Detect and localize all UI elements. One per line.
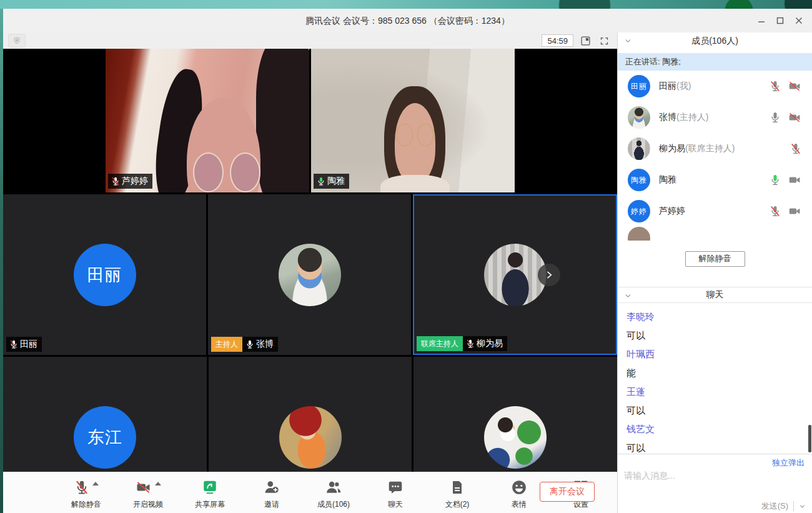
next-page-arrow-icon[interactable] [538, 264, 560, 286]
tile-name-label: 田丽 [6, 337, 42, 352]
participant-name: 田丽 [20, 339, 37, 350]
mic-on-icon [769, 111, 781, 124]
mic-muted-icon [790, 142, 802, 155]
mic-options-caret-icon[interactable] [92, 482, 99, 486]
window-title: 腾讯会议 会议号：985 023 656 （会议密码：1234） [3, 9, 812, 32]
chat-button[interactable]: 聊天 [376, 477, 415, 510]
participant-name: 张博 [256, 339, 274, 350]
video-tile-tianli[interactable]: 田丽 田丽 [3, 194, 206, 355]
maximize-icon[interactable] [771, 11, 790, 30]
desktop-wallpaper [0, 0, 812, 9]
avatar: 田丽 [74, 244, 136, 306]
member-list: 田丽 田丽(我) 张博(主持人) [618, 71, 812, 241]
window-controls [752, 9, 808, 32]
minimize-icon[interactable] [752, 11, 771, 30]
video-tile-cartoon-girl[interactable] [209, 357, 412, 472]
member-row-liuweiyi[interactable]: 柳为易(联席主持人) [618, 133, 812, 164]
video-decoration [193, 152, 224, 192]
member-name: 芦婷婷 [659, 206, 685, 217]
video-tile-luttingting[interactable]: 芦婷婷 [106, 49, 309, 192]
chat-sender: 叶珮西 [626, 346, 803, 363]
avatar: 田丽 [628, 75, 650, 97]
chat-title: 聊天 [706, 289, 724, 301]
send-button[interactable]: 发送(S) [761, 501, 788, 512]
mic-muted-icon [111, 176, 121, 186]
mic-active-icon [316, 176, 326, 186]
camera-off-icon [788, 111, 802, 124]
avatar [628, 227, 650, 241]
tile-name-label: 芦婷婷 [108, 174, 152, 189]
avatar-initials: 田丽 [87, 264, 122, 286]
chat-message: 可以 [626, 327, 803, 344]
video-tile-taoya[interactable]: 陶雅 [311, 49, 515, 192]
video-row-2: 田丽 田丽 主持人 [3, 194, 617, 355]
chat-message-input[interactable] [624, 471, 774, 496]
member-row-tianli[interactable]: 田丽 田丽(我) [618, 71, 812, 102]
send-row: 发送(S) [761, 501, 806, 512]
close-icon[interactable] [790, 11, 808, 30]
toolbar-items: 解除静音 开启视频 共享屏幕 [67, 477, 600, 510]
avatar [628, 106, 650, 129]
chat-panel-header: 聊天 [618, 287, 812, 303]
tile-name-label: 主持人 张博 [211, 337, 278, 352]
share-screen-button[interactable]: 共享屏幕 [191, 477, 229, 510]
avatar: 东江 [74, 406, 136, 469]
meeting-topstrip: 54:59 [3, 32, 617, 49]
docs-button[interactable]: 文档(2) [438, 477, 477, 510]
emoji-button[interactable]: 表情 [500, 477, 538, 510]
mic-muted-icon [769, 205, 781, 217]
avatar [279, 406, 342, 469]
chat-input-area: 独立弹出 发送(S) [618, 454, 812, 513]
unmute-button-row: 解除静音 [618, 241, 812, 277]
avatar: 婷婷 [628, 200, 650, 222]
video-options-caret-icon[interactable] [155, 482, 161, 486]
sidebar: 成员(106人) 正在讲话: 陶雅; 田丽 田丽(我) 张博(主持人) [617, 32, 812, 513]
chat-message-list: 李晓玲 可以 叶珮西 能 王蓬 可以 钱艺文 可以 [618, 303, 812, 462]
video-row-3: 东江 [3, 357, 617, 472]
chat-scrollbar-thumb[interactable] [808, 425, 811, 452]
avatar-initials: 东江 [87, 426, 122, 449]
fullscreen-icon[interactable] [597, 34, 611, 47]
avatar [279, 244, 341, 306]
video-tile-liuweiyi[interactable]: 联席主持人 柳为易 [413, 194, 617, 355]
video-decoration [230, 152, 260, 192]
video-tile-zhangbo[interactable]: 主持人 张博 [208, 194, 411, 355]
layout-switch-icon[interactable] [578, 34, 592, 47]
mic-muted-icon [9, 339, 19, 349]
document-icon [450, 479, 465, 496]
mic-muted-icon [465, 339, 475, 349]
security-shield-icon[interactable] [8, 34, 26, 47]
collapse-members-chevron-icon[interactable] [624, 37, 632, 47]
member-row-luttingting[interactable]: 婷婷 芦婷婷 [618, 196, 812, 227]
members-button[interactable]: 成员(106) [314, 477, 353, 510]
invite-button[interactable]: 邀请 [252, 477, 291, 510]
unmute-button-sidebar[interactable]: 解除静音 [685, 251, 745, 267]
send-options-chevron-icon[interactable] [799, 503, 806, 510]
meeting-timer: 54:59 [542, 34, 573, 47]
mic-active-icon [769, 174, 781, 186]
unmute-button[interactable]: 解除静音 [67, 477, 106, 510]
members-panel-header: 成员(106人) [618, 32, 812, 50]
smiley-icon [511, 479, 527, 496]
camera-on-icon [788, 174, 802, 186]
tile-name-label: 陶雅 [314, 174, 349, 189]
titlebar: 腾讯会议 会议号：985 023 656 （会议密码：1234） [3, 9, 812, 32]
chat-sender: 王蓬 [626, 383, 803, 401]
start-video-button[interactable]: 开启视频 [129, 477, 167, 510]
participant-name: 柳为易 [477, 338, 503, 349]
video-row-1: 芦婷婷 陶雅 [3, 49, 617, 192]
leave-meeting-button[interactable]: 离开会议 [540, 482, 595, 502]
chat-message: 可以 [626, 402, 803, 419]
video-decoration [397, 124, 413, 147]
video-tile-dongjiang[interactable]: 东江 [3, 357, 207, 472]
member-name: 张博(主持人) [659, 112, 708, 123]
member-row-zhangbo[interactable]: 张博(主持人) [618, 102, 812, 133]
popout-chat-link[interactable]: 独立弹出 [772, 457, 805, 469]
member-row-taoya[interactable]: 陶雅 陶雅 [618, 164, 812, 196]
video-decoration [380, 175, 450, 192]
meeting-main-region: 54:59 [3, 32, 617, 513]
video-grid: 芦婷婷 陶雅 [3, 49, 617, 472]
collapse-chat-chevron-icon[interactable] [624, 292, 632, 302]
video-tile-shinchan[interactable] [413, 357, 617, 472]
chat-sender: 李晓玲 [626, 308, 803, 326]
